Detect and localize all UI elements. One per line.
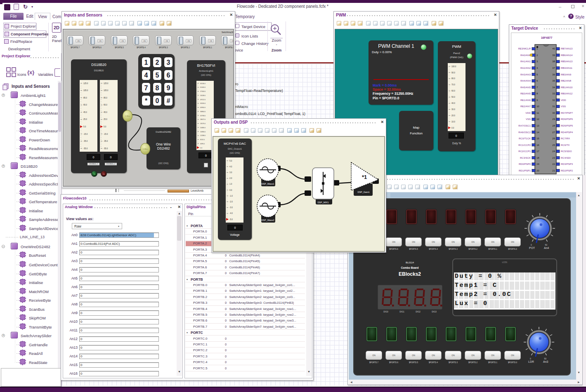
svg-text:DSP_Wave2: DSP_Wave2	[261, 219, 274, 221]
svg-text:40: 40	[552, 47, 555, 50]
svg-text:LDR: LDR	[528, 360, 534, 363]
svg-text:21: 21	[552, 169, 555, 172]
svg-text:*1: *1	[362, 174, 367, 180]
svg-text:25: 25	[552, 144, 555, 146]
svg-text:RA7/OSC1: RA7/OSC1	[518, 124, 531, 127]
svg-text:VSS: VSS	[561, 105, 566, 108]
svg-text:RC2/CCP1: RC2/CCP1	[518, 150, 531, 153]
svg-text:50: 50	[545, 244, 547, 246]
svg-text:10: 10	[536, 105, 539, 108]
svg-text:24576.0: 24576.0	[200, 123, 206, 124]
svg-text:-55.0: -55.0	[83, 148, 88, 150]
svg-text:4096.0: 4096.0	[200, 143, 205, 145]
svg-text:61440.0: 61440.0	[200, 87, 206, 88]
svg-text:18: 18	[536, 157, 539, 159]
svg-text:VDD: VDD	[561, 99, 566, 101]
svg-text:RB1/AN10: RB1/AN10	[561, 86, 573, 89]
svg-text:RC5/SDO: RC5/SDO	[561, 150, 572, 153]
svg-text:RB6/AN14: RB6/AN14	[561, 54, 573, 56]
svg-text:12: 12	[536, 118, 539, 120]
svg-text:80.0: 80.0	[451, 77, 455, 80]
svg-text:16: 16	[536, 144, 539, 146]
svg-text:105.0: 105.0	[104, 89, 109, 92]
svg-text:DSP_Gain1: DSP_Gain1	[357, 191, 369, 193]
svg-text:125.0: 125.0	[104, 82, 109, 85]
svg-text:RB3/AN9: RB3/AN9	[561, 73, 572, 76]
svg-text:8192.0: 8192.0	[200, 139, 205, 141]
svg-text:40960.0: 40960.0	[200, 107, 206, 108]
svg-text:0: 0	[531, 244, 532, 246]
svg-text:RC6/TX: RC6/TX	[561, 144, 569, 146]
svg-text:RC7/RX: RC7/RX	[561, 137, 570, 140]
svg-text:12288.0: 12288.0	[200, 135, 206, 136]
svg-text:RB7/AN13: RB7/AN13	[561, 47, 573, 50]
svg-text:RA0/AN0: RA0/AN0	[520, 54, 531, 56]
svg-text:14: 14	[536, 131, 539, 134]
svg-text:85.0: 85.0	[104, 97, 107, 99]
svg-text:An4: An4	[544, 246, 549, 249]
svg-text:RD2/PSP2: RD2/PSP2	[561, 169, 573, 172]
svg-text:RC3/SCK: RC3/SCK	[520, 157, 531, 159]
svg-text:RA3/AN3: RA3/AN3	[520, 73, 531, 76]
svg-text:RD1/PSP1: RD1/PSP1	[519, 169, 531, 172]
svg-text:RD5/PSP5: RD5/PSP5	[561, 124, 573, 127]
svg-text:20.0: 20.0	[451, 115, 455, 117]
svg-text:36: 36	[552, 73, 555, 76]
svg-text:65.0: 65.0	[104, 104, 107, 106]
svg-text:RB2/AN8: RB2/AN8	[561, 80, 572, 82]
svg-text:50.0: 50.0	[451, 96, 455, 98]
svg-text:45.0: 45.0	[83, 111, 87, 113]
svg-text:RC4/SDI: RC4/SDI	[561, 157, 571, 159]
svg-text:20: 20	[536, 169, 539, 172]
svg-text:RE0/AN5: RE0/AN5	[520, 92, 531, 95]
svg-text:50: 50	[544, 357, 546, 360]
svg-text:11: 11	[536, 112, 539, 114]
svg-text:17: 17	[536, 150, 539, 153]
svg-text:0.0: 0.0	[451, 127, 454, 129]
svg-text:31: 31	[552, 105, 555, 108]
svg-text:-35.0: -35.0	[104, 140, 108, 142]
svg-text:RB0/AN12: RB0/AN12	[561, 92, 573, 95]
svg-text:28: 28	[552, 124, 555, 127]
svg-text:30.0: 30.0	[451, 108, 455, 110]
svg-text:-35.0: -35.0	[83, 140, 88, 142]
svg-text:100.0: 100.0	[451, 66, 456, 68]
svg-text:0.0: 0.0	[200, 147, 202, 149]
svg-text:RD3/PSP3: RD3/PSP3	[561, 163, 573, 165]
svg-text:24: 24	[552, 150, 555, 153]
svg-text:15: 15	[536, 137, 539, 140]
svg-text:125.0: 125.0	[83, 82, 88, 85]
svg-text:53248.0: 53248.0	[200, 95, 206, 96]
svg-text:40.0: 40.0	[451, 102, 455, 104]
svg-text:10.0: 10.0	[451, 121, 455, 123]
svg-text:0: 0	[530, 357, 531, 360]
svg-text:28672.0: 28672.0	[200, 119, 206, 120]
svg-text:23: 23	[552, 157, 555, 159]
svg-text:65536.0: 65536.0	[200, 83, 206, 85]
svg-text:85.0: 85.0	[83, 97, 87, 99]
svg-text:38: 38	[552, 60, 555, 63]
svg-text:RE1/AN6: RE1/AN6	[520, 99, 531, 101]
svg-text:25.0: 25.0	[83, 118, 87, 120]
svg-text:26: 26	[552, 137, 555, 140]
svg-text:29: 29	[552, 118, 555, 120]
svg-text:105.0: 105.0	[83, 89, 88, 92]
svg-text:RC1/CCP2: RC1/CCP2	[518, 144, 531, 146]
svg-text:65.0: 65.0	[83, 104, 87, 106]
svg-text:An3: An3	[543, 360, 548, 363]
svg-text:RD6/PSP6: RD6/PSP6	[561, 118, 573, 120]
svg-text:DSP_MIX1: DSP_MIX1	[317, 201, 328, 204]
svg-text:RD4/PSP4: RD4/PSP4	[561, 131, 573, 134]
svg-text:33: 33	[552, 92, 555, 95]
svg-text:39: 39	[552, 54, 555, 56]
svg-text:RD0/PSP0: RD0/PSP0	[519, 163, 531, 165]
svg-text:49152.0: 49152.0	[200, 99, 206, 101]
svg-text:57344.0: 57344.0	[200, 91, 206, 92]
svg-text:25.0: 25.0	[104, 118, 107, 120]
svg-text:35: 35	[552, 80, 555, 82]
svg-text:30: 30	[552, 112, 555, 114]
svg-text:5.0: 5.0	[83, 126, 86, 128]
svg-text:RB4/AN11: RB4/AN11	[561, 67, 573, 69]
svg-text:32768.0: 32768.0	[200, 115, 206, 117]
svg-text:27: 27	[552, 131, 555, 134]
